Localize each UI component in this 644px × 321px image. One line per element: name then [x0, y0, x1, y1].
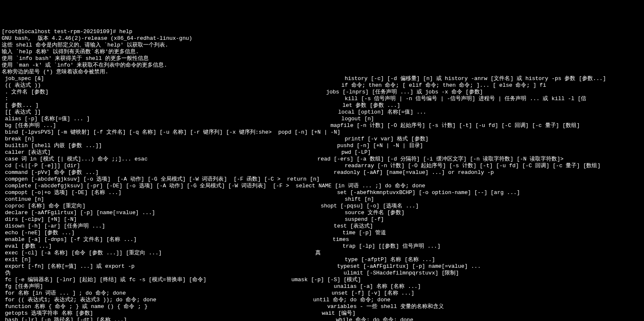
help-line: eval [参数 ...] trap [-lp] [[参数] 信号声明 ...]	[2, 243, 642, 250]
help-line: export [-fn] [名称[=值] ...] 或 export -p ty…	[2, 263, 642, 270]
help-line: case 词 in [模式 [| 模式]...) 命令 ;;]... esac …	[2, 156, 642, 163]
help-line: for 名称 [in 词语 ... ] ; do 命令; done unset …	[2, 290, 642, 297]
help-line: fg [任务声明] unalias [-a] 名称 [名称 ...]	[2, 283, 642, 290]
help-line: disown [-h] [-ar] [任务声明 ...] test [表达式]	[2, 223, 642, 230]
help-line: hash [-lr] [-p 路径名] [-dt] [名称 ...] while…	[2, 317, 642, 321]
help-line: bg [任务声明 ...] mapfile [-n 计数] [-O 起始序号] …	[2, 122, 642, 129]
header-line: 使用 `man -k' 或 `info' 来获取不在列表中的命令的更多信息.	[2, 62, 642, 69]
help-line: fc [-e 编辑器名] [-lnr] [起始] [终结] 或 fc -s [模…	[2, 277, 642, 283]
help-line: command [-pVv] 命令 [参数 ...] readonly [-aA…	[2, 169, 642, 176]
help-line: echo [-neE] [参数 ...] time [-p] 管道	[2, 230, 642, 236]
terminal-output[interactable]: [root@localhost test-rpm-20210109]# help…	[2, 28, 642, 321]
help-line: job_spec [&] history [-c] [-d 偏移量] [n] 或…	[2, 75, 642, 82]
help-line: compopt [-o|+o 选项] [-DE] [名称 ...] set [-…	[2, 189, 642, 196]
help-line: getopts 选项字符串 名称 [参数] wait [编号]	[2, 310, 642, 317]
help-line: bind [-lpvsPVS] [-m 键映射] [-f 文件名] [-q 名称…	[2, 129, 642, 136]
help-line: for (( 表达式1; 表达式2; 表达式3 )); do 命令; done …	[2, 297, 642, 303]
help-line: cd [-L|[-P [-e]]] [dir] readarray [-n 计数…	[2, 163, 642, 169]
header-line: GNU bash, 版本 4.2.46(2)-release (x86_64-r…	[2, 35, 642, 42]
help-line: enable [-a] [-dnps] [-f 文件名] [名称 ...] ti…	[2, 236, 642, 243]
help-line: exec [-cl] [-a 名称] [命令 [参数 ...]] [重定向 ..…	[2, 250, 642, 256]
help-line: 伪 ulimit [-SHacdefilmnpqrstuvx] [限制]	[2, 270, 642, 277]
help-line: compgen [-abcdefgjksuv] [-o 选项] [-A 动作] …	[2, 176, 642, 183]
help-line: . 文件名 [参数] jobs [-lnprs] [任务声明 ...] 或 jo…	[2, 89, 642, 96]
header-line: 使用 `info bash' 来获得关于 shell 的更多一般性信息	[2, 55, 642, 62]
help-line: [[ 表达式 ]] local [option] 名称[=值] ...	[2, 109, 642, 116]
help-line: (( 表达式 )) if 命令; then 命令; [ elif 命令; the…	[2, 82, 642, 89]
help-line: function 名称 { 命令 ; } 或 name () { 命令 ; } …	[2, 303, 642, 310]
help-line: break [n] printf [-v var] 格式 [参数]	[2, 136, 642, 142]
help-line: complete [-abcdefgjksuv] [-pr] [-DE] [-o…	[2, 183, 642, 189]
help-line: [ 参数... ] let 参数 [参数 ...]	[2, 102, 642, 109]
help-line: dirs [-clpv] [+N] [-N] suspend [-f]	[2, 216, 642, 223]
help-line: : kill [-s 信号声明 | -n 信号编号 | -信号声明] 进程号 |…	[2, 96, 642, 102]
help-line: caller [表达式] pwd [-LP]	[2, 149, 642, 156]
help-line: coproc [名称] 命令 [重定向] shopt [-pqsu] [-o] …	[2, 203, 642, 210]
header-line: 输入 `help 名称' 以得到有关函数`名称'的更多信息.	[2, 49, 642, 55]
help-line: declare [-aAfFgilrtux] [-p] [name[=value…	[2, 210, 642, 216]
shell-prompt: [root@localhost test-rpm-20210109]# help	[2, 28, 642, 35]
header-line: 这些 shell 命令是内部定义的。请输入 `help' 以获取一个列表.	[2, 42, 642, 49]
help-line: alias [-p] [名称[=值] ... ] logout [n]	[2, 116, 642, 122]
header-line: 名称旁边的星号 (*) 意味着该命令被禁用.	[2, 69, 642, 75]
help-line: exit [n] type [-afptP] 名称 [名称 ...]	[2, 256, 642, 263]
help-line: continue [n] shift [n]	[2, 196, 642, 203]
help-line: builtin [shell 内嵌 [参数 ...]] pushd [-n] […	[2, 142, 642, 149]
